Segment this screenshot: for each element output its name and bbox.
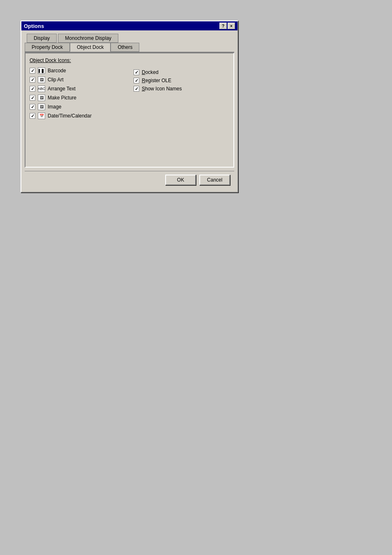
tab-row-bottom: Property Dock Object Dock Others [25,43,234,53]
tab-object-dock[interactable]: Object Dock [70,43,111,52]
checkbox-datetime: 📅 Date/Time/Calendar [30,113,125,119]
title-bar: Options ? × [21,21,238,30]
checkbox-arrange-text: ABC Arrange Text [30,85,125,92]
section-label: Object Dock Icons: [30,58,229,63]
checkbox-arrange-text-input[interactable] [30,86,35,92]
options-dialog: Options ? × Display Monochrome Display P… [21,21,238,193]
tab-row-top: Display Monochrome Display [25,34,234,43]
content-area: Object Dock Icons: ▌▐▌ Barcode 🖼 Clip Ar… [25,53,234,168]
arrange-text-icon: ABC [38,85,45,92]
checkbox-make-picture: 🖼 Make Picture [30,94,125,101]
checkbox-register-ole-input[interactable] [134,78,139,83]
checkbox-barcode-input[interactable] [30,68,35,74]
dialog-title: Options [24,23,44,29]
tab-display[interactable]: Display [27,34,57,43]
tab-monochrome[interactable]: Monochrome Display [58,34,118,43]
checkbox-image: 🖼 Image [30,104,125,110]
clipart-icon: 🖼 [38,76,45,83]
checkbox-show-icon-names-input[interactable] [134,86,139,92]
checkbox-docked-input[interactable] [134,69,139,75]
checkbox-clipart-input[interactable] [30,77,35,83]
title-controls: ? × [219,23,235,29]
ok-button[interactable]: OK [165,175,196,185]
datetime-icon: 📅 [38,113,45,119]
checkbox-show-icon-names: Show Icon Names [134,86,229,92]
dialog-body: Display Monochrome Display Property Dock… [21,30,238,192]
checkbox-clipart: 🖼 Clip Art [30,76,125,83]
checkbox-image-input[interactable] [30,104,35,110]
image-icon: 🖼 [38,104,45,110]
checkbox-docked: Docked [134,69,229,75]
barcode-icon: ▌▐▌ [38,67,45,74]
bottom-bar: OK Cancel [25,171,234,189]
tabs-section: Display Monochrome Display Property Dock… [25,34,234,53]
make-picture-icon: 🖼 [38,94,45,101]
help-button[interactable]: ? [219,23,227,29]
checkbox-datetime-input[interactable] [30,113,35,119]
left-column: ▌▐▌ Barcode 🖼 Clip Art ABC Arrange Text [30,67,125,122]
close-button[interactable]: × [228,23,235,29]
checkbox-barcode: ▌▐▌ Barcode [30,67,125,74]
cancel-button[interactable]: Cancel [199,175,230,185]
right-column: Docked Register OLE Show Icon Names [134,67,229,122]
tab-property-dock[interactable]: Property Dock [25,43,70,52]
checkbox-make-picture-input[interactable] [30,95,35,101]
checkbox-register-ole: Register OLE [134,78,229,83]
tab-others[interactable]: Others [111,43,139,52]
two-column-layout: ▌▐▌ Barcode 🖼 Clip Art ABC Arrange Text [30,67,229,122]
